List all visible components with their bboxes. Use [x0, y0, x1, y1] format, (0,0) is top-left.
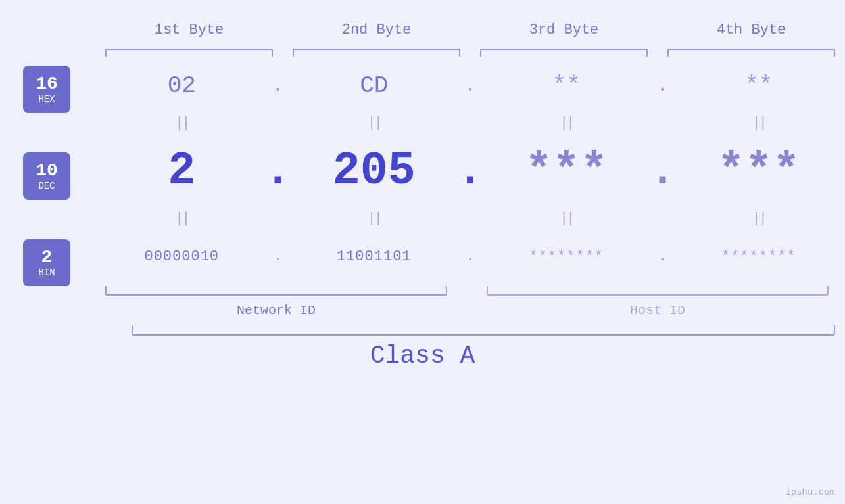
full-bottom-bracket — [132, 325, 835, 336]
hex-row: 02 . CD . ** . ** — [95, 59, 845, 112]
network-id-label: Network ID — [95, 303, 457, 318]
class-row: Class A — [0, 336, 845, 375]
sep1: || — [95, 115, 268, 131]
main-container: 1st Byte 2nd Byte 3rd Byte 4th Byte 02 .… — [0, 0, 845, 504]
bin-byte2-value: 11001101 — [337, 248, 412, 265]
dec-badge-num: 10 — [36, 161, 58, 181]
id-label-row: Network ID Host ID — [95, 296, 838, 325]
dec-badge: 10 DEC — [23, 152, 70, 200]
top-bracket-row — [95, 46, 845, 59]
bin-badge-num: 2 — [41, 248, 53, 268]
bin-byte4-cell: ******** — [673, 248, 846, 265]
hex-byte2-value: CD — [360, 72, 388, 99]
host-id-label: Host ID — [477, 303, 838, 318]
dec-byte1-cell: 2 — [95, 145, 268, 197]
hex-byte3-cell: ** — [480, 72, 653, 99]
badges-column: 16 HEX 10 DEC 2 BIN — [23, 66, 70, 286]
hex-byte3-value: ** — [552, 72, 581, 99]
dec-byte3-cell: *** — [480, 145, 653, 197]
watermark: ipshu.com — [785, 487, 835, 497]
sep4: || — [673, 115, 846, 131]
sep8: || — [673, 210, 846, 227]
dec-badge-label: DEC — [38, 181, 55, 191]
sep6: || — [288, 210, 461, 227]
bin-badge: 2 BIN — [23, 239, 70, 286]
host-bracket — [487, 286, 829, 296]
header-row: 1st Byte 2nd Byte 3rd Byte 4th Byte — [95, 13, 845, 46]
bin-dot1: . — [268, 248, 288, 265]
hex-byte4-value: ** — [744, 72, 773, 99]
hex-byte4-cell: ** — [673, 72, 846, 99]
dec-dot2: . — [460, 145, 480, 197]
bin-byte3-cell: ******** — [480, 248, 653, 265]
class-label: Class A — [370, 342, 475, 370]
sep5: || — [95, 210, 268, 227]
hex-dot3: . — [653, 76, 673, 96]
dec-byte3-value: *** — [525, 145, 608, 197]
bin-dot3: . — [653, 248, 673, 265]
bin-row: 00000010 . 11001101 . ******** . *******… — [95, 230, 845, 283]
sep-row-2: || || || || — [95, 207, 845, 230]
bin-byte4-value: ******** — [721, 248, 796, 265]
bin-byte1-cell: 00000010 — [95, 248, 268, 265]
dec-byte4-cell: *** — [673, 145, 846, 197]
byte4-header: 4th Byte — [658, 22, 845, 38]
bottom-bracket-row — [95, 283, 838, 296]
dec-dot1: . — [268, 145, 288, 197]
bin-byte3-value: ******** — [529, 248, 604, 265]
hex-byte1-value: 02 — [168, 72, 196, 99]
dec-byte2-cell: 205 — [288, 145, 461, 197]
dec-byte2-value: 205 — [333, 145, 416, 197]
sep-row-1: || || || || — [95, 112, 845, 135]
byte1-header: 1st Byte — [95, 22, 283, 38]
bin-badge-label: BIN — [38, 267, 55, 278]
bin-byte2-cell: 11001101 — [288, 248, 461, 265]
byte2-header: 2nd Byte — [283, 22, 470, 38]
bin-byte1-value: 00000010 — [144, 248, 219, 265]
sep3: || — [480, 115, 653, 131]
hex-dot2: . — [460, 76, 480, 96]
dec-byte1-value: 2 — [168, 145, 195, 197]
bracket-byte2 — [293, 49, 460, 57]
hex-byte1-cell: 02 — [95, 72, 268, 99]
hex-badge-num: 16 — [36, 74, 58, 95]
sep2: || — [288, 115, 461, 131]
sep7: || — [480, 210, 653, 227]
hex-dot1: . — [268, 76, 288, 96]
byte3-header: 3rd Byte — [470, 22, 658, 38]
bracket-byte3 — [480, 49, 648, 57]
dec-dot3: . — [653, 145, 673, 197]
dec-row: 2 . 205 . *** . *** — [95, 135, 845, 207]
bracket-byte1 — [105, 49, 273, 57]
dec-byte4-value: *** — [717, 145, 800, 197]
hex-byte2-cell: CD — [288, 72, 461, 99]
bracket-byte4 — [667, 49, 835, 57]
hex-badge: 16 HEX — [23, 66, 70, 113]
network-bracket — [105, 286, 447, 296]
bin-dot2: . — [460, 248, 480, 265]
hex-badge-label: HEX — [38, 94, 55, 104]
